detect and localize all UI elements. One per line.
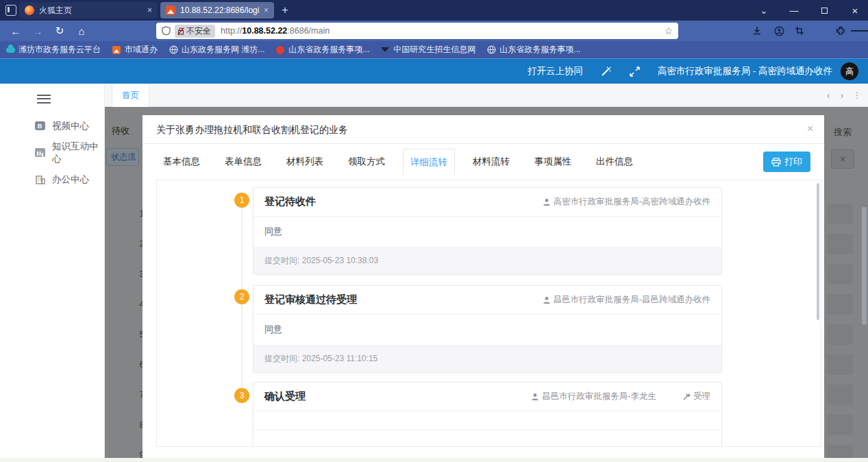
home-button[interactable]: ⌂ [71,21,92,41]
browser-toolbar: ← → ↻ ⌂ 不安全 http://10.88.52.22:8686/main… [0,21,868,41]
globe-icon [486,45,496,55]
step-time: 提交时间: 2025-05-23 11:10:15 [253,345,721,372]
site-favicon [166,5,175,15]
browser-tab-active[interactable]: 10.88.52.22:8686/login × [160,2,274,19]
app-icon [112,45,121,55]
browser-titlebar: 火狐主页 × 10.88.52.22:8686/login × + ⌄ — × [0,0,868,21]
fullscreen-icon[interactable] [630,66,640,77]
tab-item-attributes[interactable]: 事项属性 [528,149,578,175]
bookmark-star-icon[interactable]: ☆ [664,25,673,36]
new-tab-button[interactable]: + [277,3,293,18]
step-time: 提交时间: 2025-05-23 10:38:03 [253,247,721,274]
address-bar[interactable]: 不安全 http://10.88.52.22:8686/main ☆ [156,23,678,39]
tab-pickup-method[interactable]: 领取方式 [341,149,392,175]
security-chip[interactable]: 不安全 [175,25,215,38]
shield-icon[interactable] [162,26,171,36]
bookmark-item[interactable]: 市域通办 [112,44,158,56]
browser-tab-home[interactable]: 火狐主页 × [19,2,158,19]
menu-button[interactable] [851,21,868,41]
tab-material-flow[interactable]: 材料流转 [466,149,517,175]
tab-scroll-right-icon[interactable]: › [835,84,849,107]
restore-button[interactable] [811,0,837,21]
building-icon [34,175,45,184]
step-number-badge: 2 [234,289,249,304]
sidebar-item-office-center[interactable]: 办公中心 [0,166,104,193]
dialog-scrollbar[interactable] [817,183,819,320]
tab-title: 火狐主页 [39,5,143,16]
bookmark-item[interactable]: 山东政务服务网 潍坊... [169,44,264,56]
sidebar-collapse-icon[interactable] [37,92,51,106]
tab-close-icon[interactable]: × [147,5,152,15]
bookmark-item[interactable]: 山东省政务服务事项... [275,44,369,56]
tab-material-list[interactable]: 材料列表 [280,149,330,175]
tab-home[interactable]: 首页 [112,84,149,107]
sidebar-item-knowledge-center[interactable]: 知识互动中心 [0,139,104,166]
emblem-icon [275,45,285,55]
step-title: 登记待收件 [264,195,316,208]
main-area: 首页 ‹ › ⋮ 待收 状态流 搜索 × 1 2 3 4 5 6 7 8 9 [105,84,868,458]
person-icon [543,198,551,206]
bookmark-item[interactable]: 中国研究生招生信息网 [380,44,475,56]
security-label: 不安全 [186,25,211,37]
video-center-icon: B [34,121,45,131]
bookmark-item[interactable]: 潍坊市政务服务云平台 [5,44,101,56]
user-org-label: 高密市行政审批服务局 - 高密跨域通办收件 [658,65,832,77]
globe-icon [169,45,178,55]
tab-form-info[interactable]: 表单信息 [218,149,269,175]
tab-detail-flow[interactable]: 详细流转 [403,149,455,175]
avatar[interactable]: 高 [841,62,858,80]
step-handler: 高密市行政审批服务局-高密跨域通办收件 [543,196,710,208]
tab-scroll-left-icon[interactable]: ‹ [821,84,835,107]
forward-button[interactable]: → [27,21,48,41]
dialog-close-icon[interactable]: × [807,122,813,136]
insecure-lock-icon [177,27,184,35]
person-icon [531,393,539,401]
extensions-button[interactable] [830,21,851,41]
reload-button[interactable]: ↻ [49,21,70,41]
bar-chart-icon [34,148,45,158]
tab-close-icon[interactable]: × [264,5,269,15]
step-title: 登记审核通过待受理 [264,293,357,306]
bookmark-item[interactable]: 山东省政务服务事项... [486,44,580,56]
cloud-collab-link[interactable]: 打开云上协同 [528,65,583,77]
sidebar-item-video-center[interactable]: B 视频中心 [0,112,104,139]
tab-output-info[interactable]: 出件信息 [589,149,640,175]
restore-icon [821,8,828,14]
back-button[interactable]: ← [5,21,26,41]
tab-list-button[interactable]: ⌄ [751,0,777,21]
magic-wand-icon[interactable] [601,66,612,77]
app-header: 打开云上协同 高密市行政审批服务局 - 高密跨域通办收件 高 [0,59,868,84]
printer-icon [771,158,781,167]
step-handler: 昌邑市行政审批服务局-李龙生 受理 [531,391,710,402]
account-button[interactable] [769,21,789,41]
minimize-button[interactable]: — [781,0,807,21]
tab-basic-info[interactable]: 基本信息 [156,149,207,175]
bookmarks-bar: 潍坊市政务服务云平台 市域通办 山东政务服务网 潍坊... 山东省政务服务事项.… [0,41,868,59]
dialog-header: 关于张勇办理拖拉机和联合收割机登记的业务 × [142,115,824,144]
cloud-icon [5,45,15,55]
window-close-button[interactable]: × [842,0,868,21]
screenshot-button[interactable] [789,21,810,41]
step-action: 受理 [682,391,710,402]
firefox-icon [25,5,34,15]
sidebar: B 视频中心 知识互动中心 办公中心 [0,84,105,458]
timeline-card: 登记审核通过待受理 昌邑市行政审批服务局-昌邑跨域通办收件 同意 提交时间: 2… [253,285,722,373]
page-bottom-strip [0,458,868,462]
page-tabbar: 首页 ‹ › ⋮ [105,84,868,107]
downloads-button[interactable] [747,21,767,41]
content-area: 待收 状态流 搜索 × 1 2 3 4 5 6 7 8 9 [105,107,868,458]
eagle-icon [380,45,390,55]
step-title: 确认受理 [264,390,306,403]
timeline-panel: 1 登记待收件 高密市行政审批服务局-高密跨域通办收件 同意 提交时间: 202… [156,180,821,447]
dialog-title: 关于张勇办理拖拉机和联合收割机登记的业务 [156,115,348,144]
step-number-badge: 3 [234,388,249,403]
firefox-view-icon[interactable] [5,5,16,16]
step-number-badge: 1 [234,193,249,208]
tab-menu-icon[interactable]: ⋮ [850,84,864,107]
page-scrollbar[interactable] [862,207,867,325]
print-button[interactable]: 打印 [763,151,810,172]
dialog-tabs: 基本信息 表单信息 材料列表 领取方式 详细流转 材料流转 事项属性 出件信息 … [142,144,824,180]
detail-dialog: 关于张勇办理拖拉机和联合收割机登记的业务 × 基本信息 表单信息 材料列表 领取… [142,115,824,458]
tab-title: 10.88.52.22:8686/login [180,5,260,15]
timeline-card: 确认受理 昌邑市行政审批服务局-李龙生 受理 [253,382,722,447]
